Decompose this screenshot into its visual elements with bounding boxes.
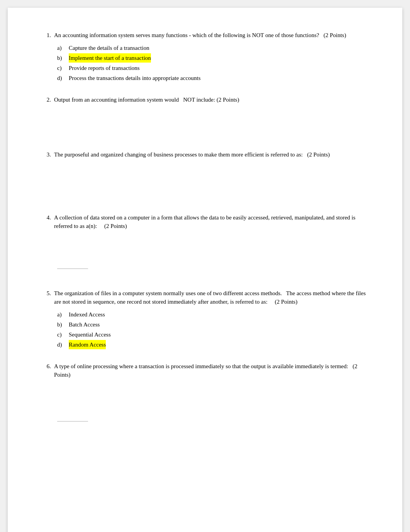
page: 1. An accounting information system serv…	[8, 8, 402, 532]
question-3-answer-space	[39, 162, 371, 201]
option-1a: a) Capture the details of a transaction	[57, 43, 371, 53]
question-5-options: a) Indexed Access b) Batch Access c) Seq…	[57, 309, 371, 350]
question-4-body: A collection of data stored on a compute…	[54, 213, 371, 231]
option-1b-text: Implement the start of a transaction	[69, 53, 151, 63]
question-5-number: 5.	[39, 289, 51, 306]
question-2-text: 2. Output from an accounting information…	[39, 95, 371, 104]
option-1c-text: Provide reports of transactions	[69, 63, 140, 73]
option-5c-letter: c)	[57, 330, 66, 339]
option-1b: b) Implement the start of a transaction	[57, 53, 371, 63]
option-1c: c) Provide reports of transactions	[57, 63, 371, 73]
question-4-number: 4.	[39, 213, 51, 231]
option-1d: d) Process the transactions details into…	[57, 73, 371, 83]
question-1-text: 1. An accounting information system serv…	[39, 31, 371, 40]
question-6-answer-space	[39, 382, 371, 429]
option-5c-text: Sequential Access	[69, 330, 111, 339]
question-2-answer-space	[39, 107, 371, 138]
question-2-body: Output from an accounting information sy…	[54, 95, 371, 104]
option-5b-text: Batch Access	[69, 320, 100, 329]
option-5a-letter: a)	[57, 310, 66, 319]
question-3-body: The purposeful and organized changing of…	[54, 150, 371, 159]
option-5b: b) Batch Access	[57, 320, 371, 330]
question-3-text: 3. The purposeful and organized changing…	[39, 150, 371, 159]
option-1d-text: Process the transactions details into ap…	[69, 73, 201, 83]
option-5d-text: Random Access	[69, 340, 106, 349]
option-5b-letter: b)	[57, 320, 66, 329]
question-5-text: 5. The organization of files in a comput…	[39, 289, 371, 306]
question-6-blank-line	[57, 421, 88, 422]
question-1-options: a) Capture the details of a transaction …	[57, 43, 371, 83]
option-5d-letter: d)	[57, 340, 66, 349]
question-1-number: 1.	[39, 31, 51, 40]
option-5c: c) Sequential Access	[57, 330, 371, 340]
option-1a-text: Capture the details of a transaction	[69, 43, 149, 53]
question-2: 2. Output from an accounting information…	[39, 95, 371, 138]
question-3: 3. The purposeful and organized changing…	[39, 150, 371, 201]
option-1c-letter: c)	[57, 63, 66, 73]
question-6-body: A type of online processing where a tran…	[54, 362, 371, 379]
question-6-text: 6. A type of online processing where a t…	[39, 362, 371, 379]
question-1-body: An accounting information system serves …	[54, 31, 371, 40]
question-5-body: The organization of files in a computer …	[54, 289, 371, 306]
question-6: 6. A type of online processing where a t…	[39, 362, 371, 422]
question-1: 1. An accounting information system serv…	[39, 31, 371, 83]
option-1b-letter: b)	[57, 53, 66, 63]
option-5d: d) Random Access	[57, 340, 371, 350]
option-5a: a) Indexed Access	[57, 309, 371, 320]
option-1d-letter: d)	[57, 73, 66, 83]
question-2-number: 2.	[39, 95, 51, 104]
question-4: 4. A collection of data stored on a comp…	[39, 213, 371, 277]
option-5a-text: Indexed Access	[69, 310, 105, 319]
question-3-number: 3.	[39, 150, 51, 159]
question-6-number: 6.	[39, 362, 51, 379]
question-5: 5. The organization of files in a comput…	[39, 289, 371, 350]
option-1a-letter: a)	[57, 43, 66, 53]
question-4-text: 4. A collection of data stored on a comp…	[39, 213, 371, 231]
